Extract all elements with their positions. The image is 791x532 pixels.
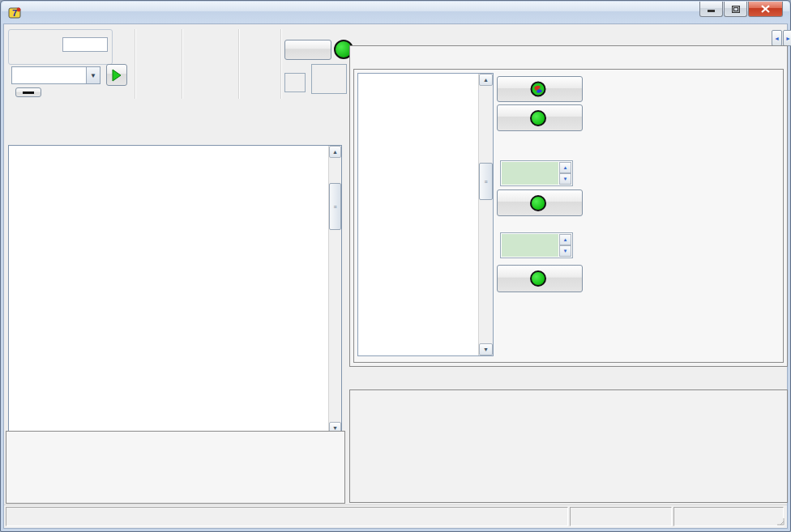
app-window: 7 ▼ xyxy=(0,0,791,532)
game-select-value xyxy=(12,67,86,83)
autobet-from-table-button[interactable] xyxy=(497,189,583,216)
dash-button[interactable] xyxy=(15,87,41,97)
bet-table[interactable]: ▲ ≡ ▼ xyxy=(357,73,494,356)
clear-table-icon xyxy=(530,81,546,97)
scroll-up-icon[interactable]: ▲ xyxy=(479,74,493,86)
scrollbar-thumb[interactable]: ≡ xyxy=(329,183,341,230)
scroll-down-icon[interactable]: ▼ xyxy=(479,343,493,355)
spin-down-icon[interactable]: ▼ xyxy=(559,173,571,185)
client-area: ▼ ▲ ≡ ▼ xyxy=(3,23,788,529)
maximize-button[interactable] xyxy=(724,2,747,17)
tabs-scroll-left-icon[interactable]: ◄ xyxy=(772,30,782,46)
new-button[interactable] xyxy=(284,40,331,60)
mult-coef-value[interactable] xyxy=(502,234,558,257)
autoshift-status xyxy=(570,507,672,526)
svg-text:7: 7 xyxy=(12,8,17,18)
resize-grip[interactable] xyxy=(776,517,785,526)
close-button[interactable] xyxy=(748,2,783,17)
autoshift-current-value xyxy=(311,64,347,94)
tabs-scroll-right-icon[interactable]: ► xyxy=(783,30,791,46)
mult-coef-spinner[interactable]: ▲ ▼ xyxy=(500,232,573,258)
scroll-up-icon[interactable]: ▲ xyxy=(329,146,341,158)
spin-up-icon[interactable]: ▲ xyxy=(559,234,571,245)
dash-icon xyxy=(23,91,34,95)
spin-history-table[interactable]: ▲ ≡ ▼ xyxy=(8,145,342,435)
random-stake-icon xyxy=(530,110,546,126)
titlebar[interactable]: 7 xyxy=(2,2,789,23)
send-to-pns-icon xyxy=(530,270,546,287)
minimize-button[interactable] xyxy=(699,2,723,17)
send-to-pns-button[interactable] xyxy=(497,265,583,292)
play-button[interactable] xyxy=(106,64,127,86)
app-icon: 7 xyxy=(8,6,22,19)
frequency-chart xyxy=(352,392,787,503)
pred-value xyxy=(284,73,306,92)
scrollbar-thumb[interactable]: ≡ xyxy=(479,163,493,200)
frequency-chart-panel xyxy=(349,389,788,503)
status-bar xyxy=(4,504,787,528)
manual-input-panel xyxy=(6,431,345,504)
max-chips-value[interactable] xyxy=(502,162,558,185)
random-stake-button[interactable] xyxy=(497,104,583,131)
history-scrollbar[interactable]: ▲ ≡ ▼ xyxy=(328,146,341,434)
chevron-down-icon[interactable]: ▼ xyxy=(86,67,100,83)
start-sum-input[interactable] xyxy=(62,37,108,52)
source-status xyxy=(673,507,784,526)
game-select[interactable]: ▼ xyxy=(11,66,100,84)
autobet-icon xyxy=(530,195,546,211)
last-spin-status xyxy=(6,507,568,526)
spin-up-icon[interactable]: ▲ xyxy=(559,162,571,173)
clear-table-button[interactable] xyxy=(497,76,583,102)
bet-table-scrollbar[interactable]: ▲ ≡ ▼ xyxy=(478,74,493,355)
spin-down-icon[interactable]: ▼ xyxy=(559,245,571,257)
max-chips-spinner[interactable]: ▲ ▼ xyxy=(500,160,573,186)
play-icon xyxy=(111,69,122,82)
